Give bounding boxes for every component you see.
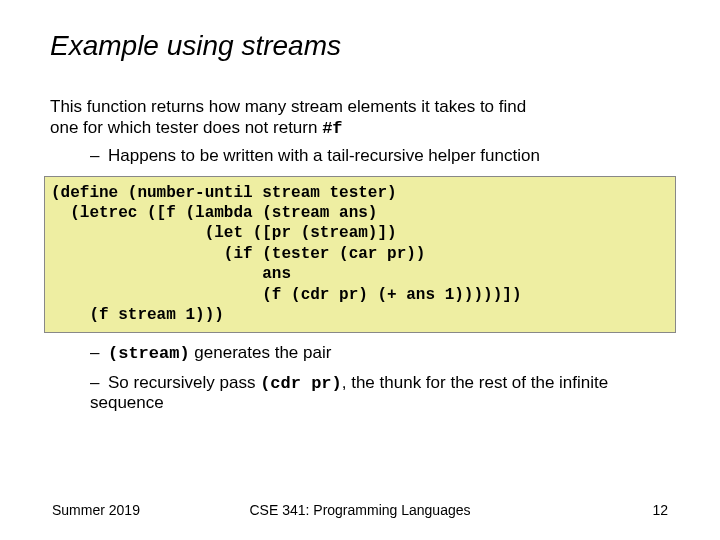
bullet3-prefix: So recursively pass <box>108 373 260 392</box>
intro-paragraph: This function returns how many stream el… <box>50 96 670 140</box>
bullet-dash-icon: – <box>90 146 108 166</box>
bullet-stream-pair: –(stream) generates the pair <box>90 343 670 363</box>
intro-line2-prefix: one for which tester does not return <box>50 118 322 137</box>
bullet-dash-icon: – <box>90 343 108 363</box>
bullet1-text: Happens to be written with a tail-recurs… <box>108 146 540 165</box>
slide-footer: Summer 2019 CSE 341: Programming Languag… <box>52 502 668 518</box>
slide-title: Example using streams <box>50 30 670 62</box>
intro-inline-code: #f <box>322 119 342 138</box>
bullet-dash-icon: – <box>90 373 108 393</box>
bullet-recursive-pass: –So recursively pass (cdr pr), the thunk… <box>90 373 670 413</box>
bullet-tail-recursive: –Happens to be written with a tail-recur… <box>90 146 670 166</box>
footer-term: Summer 2019 <box>52 502 140 518</box>
bullet2-code: (stream) <box>108 344 190 363</box>
footer-page-number: 12 <box>652 502 668 518</box>
footer-course: CSE 341: Programming Languages <box>52 502 668 518</box>
bullet3-code: (cdr pr) <box>260 374 342 393</box>
slide: Example using streams This function retu… <box>0 0 720 540</box>
code-block: (define (number-until stream tester) (le… <box>44 176 676 333</box>
intro-line1: This function returns how many stream el… <box>50 97 526 116</box>
bullet2-rest: generates the pair <box>190 343 332 362</box>
